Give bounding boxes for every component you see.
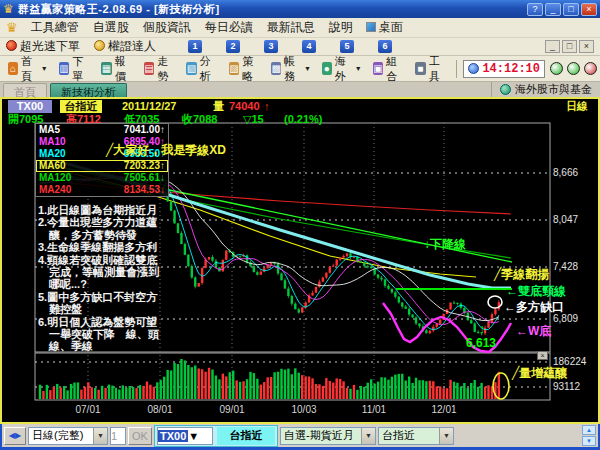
ma-value: 7041.00↑ [124,124,165,136]
ma-legend-row-ma60[interactable]: MA607203.23↑ [36,160,168,172]
symbol-input[interactable]: TX00 ▼ [157,427,213,445]
analysis-notes: 1.此日線圖為台期指近月 2.今量出現些多方力道蘊 釀，多方蓄勢待發 3.生命線… [38,204,194,353]
toolbar-label-order: 下單 [72,54,90,84]
chevron-down-icon[interactable]: ▼ [439,428,453,444]
bottom-toolbar: ◀▶ 日線(完整) ▼ 1 OK TX00 ▼ 台指近 自選-期貨近月 ▼ 台指… [0,424,600,450]
chevron-down-icon[interactable]: ▼ [188,430,199,442]
ma-value: 7203.23↑ [124,160,165,172]
change-value: ▽15 [243,113,264,126]
y-axis-label: 93112 [553,381,580,392]
mdi-close-button[interactable]: × [579,40,594,53]
ma-legend-row-ma240[interactable]: MA2408134.53↓ [36,184,168,196]
volume-value: 74040 [229,100,260,113]
globe-status-icon-2[interactable] [584,62,597,75]
x-axis-label: 08/01 [147,404,172,415]
toolbar-label-quote: 報價 [115,54,133,84]
menu-item-2[interactable]: 個股資訊 [143,19,191,36]
y-axis-label: 8,666 [553,167,578,178]
count-input: 1 [110,427,126,445]
x-axis-label: 10/03 [291,404,316,415]
prev-next-button[interactable]: ◀▶ [4,427,26,445]
descending-line-note: ↓下降線 [424,236,466,253]
symbol-code: TX00 [8,100,52,113]
tab-home[interactable]: 首頁 [3,83,47,97]
mdi-restore-button[interactable]: □ [562,40,577,53]
trend-icon: ▤ [144,62,155,75]
order-icon: ▥ [59,62,70,75]
y-axis-label: 186224 [553,356,586,367]
scroll-down-icon[interactable]: ▼ [582,436,596,446]
x-axis-label: 11/01 [362,404,386,415]
scroll-up-icon[interactable]: ▲ [582,425,596,435]
ok-button: OK [128,427,152,445]
clock-icon [468,63,479,74]
desktop-icon [366,22,376,32]
symbol-input-value: TX00 [158,430,188,442]
ma-label: MA240 [39,184,71,196]
toolbar-label-strategy: 策略 [242,54,260,84]
menu-item-0[interactable]: 工具總管 [31,19,79,36]
title-bar: ♛ 群益贏家策略王-2.08.69 - [新技術分析] ? _ □ × [0,0,600,18]
menu-item-3[interactable]: 每日必讀 [205,19,253,36]
tab-tech-analysis[interactable]: 新技術分析 [50,83,127,97]
window-title: 群益贏家策略王-2.08.69 - [新技術分析] [18,2,525,17]
mdi-minimize-button[interactable]: _ [545,40,560,53]
season-line-upturn-note: ╱季線翻揚 [494,266,549,283]
item-select-value: 台指近 [379,428,418,443]
x-axis-label: 07/01 [75,404,100,415]
ma-legend-row-ma5[interactable]: MA57041.00↑ [36,124,168,136]
menu-item-desktop[interactable]: 桌面 [366,19,403,36]
globe-icon [500,84,511,95]
period-select[interactable]: 日線(完整) ▼ [28,427,108,445]
x-axis-label: 09/01 [219,404,244,415]
globe-status-icon-1[interactable] [567,62,580,75]
toolbar-label-account: 帳務 [284,54,301,84]
symbol-group: TX00 ▼ 台指近 [154,425,278,447]
quote-date: 2011/12/27 [122,100,176,113]
quote-icon: ▦ [101,62,112,75]
menu-item-5[interactable]: 說明 [329,19,353,36]
menu-item-4[interactable]: 最新訊息 [267,19,315,36]
group-select[interactable]: 自選-期貨近月 ▼ [280,427,376,445]
volume-panel-close-icon[interactable]: × [537,351,548,360]
toolbar-label-analysis: 分析 [200,54,218,84]
toolbar-label-trend: 走勢 [157,54,175,84]
close-button[interactable]: × [581,3,597,16]
symbol-name-label: 台指近 [217,427,275,445]
item-select[interactable]: 台指近 ▼ [378,427,454,445]
ma-value: 8134.53↓ [124,184,165,196]
ma-legend-row-ma120[interactable]: MA1207505.61↓ [36,172,168,184]
ma-label: MA5 [39,124,60,136]
chevron-down-icon[interactable]: ▼ [93,428,107,444]
volume-surge-note: ╱量增蘊釀 [512,365,567,382]
crown-icon: ♛ [6,20,18,35]
ma-legend: MA57041.00↑MA106895.40↑MA206953.50↑MA607… [35,123,169,197]
ma-label: MA20 [39,148,66,160]
maximize-button[interactable]: □ [563,3,579,16]
help-button[interactable]: ? [527,3,543,16]
ma-value: 7505.61↓ [124,172,165,184]
overseas-funds-link[interactable]: 海外股市與基金 [491,82,600,97]
x-axis-label: 12/01 [431,404,456,415]
menu-item-1[interactable]: 自選股 [93,19,129,36]
analysis-icon: ▧ [186,62,197,75]
overseas-funds-label: 海外股市與基金 [515,82,592,97]
period-select-value: 日線(完整) [29,428,86,443]
period-label: 日線 [566,100,588,113]
volume-arrow: ↑ [264,100,270,113]
fast-order-icon [6,40,17,51]
toolbar-label-tools: 工具 [429,54,447,84]
y-axis-label: 6,809 [553,313,578,324]
chevron-down-icon[interactable]: ▼ [361,428,375,444]
group-select-value: 自選-期貨近月 [281,428,357,443]
globe-status-icon-0[interactable] [550,62,563,75]
toolbar-label-home: 首頁 [21,54,38,84]
signal-up-arrow: ↑ [479,322,485,336]
home-icon: ⌂ [8,62,18,75]
minimize-button[interactable]: _ [545,3,561,16]
change-pct: (0.21%) [284,113,323,126]
ma-label: MA60 [39,160,66,172]
tools-icon: ■ [415,62,426,75]
chevron-down-icon: ▼ [41,65,48,72]
close-value: 收7088 [182,113,217,126]
